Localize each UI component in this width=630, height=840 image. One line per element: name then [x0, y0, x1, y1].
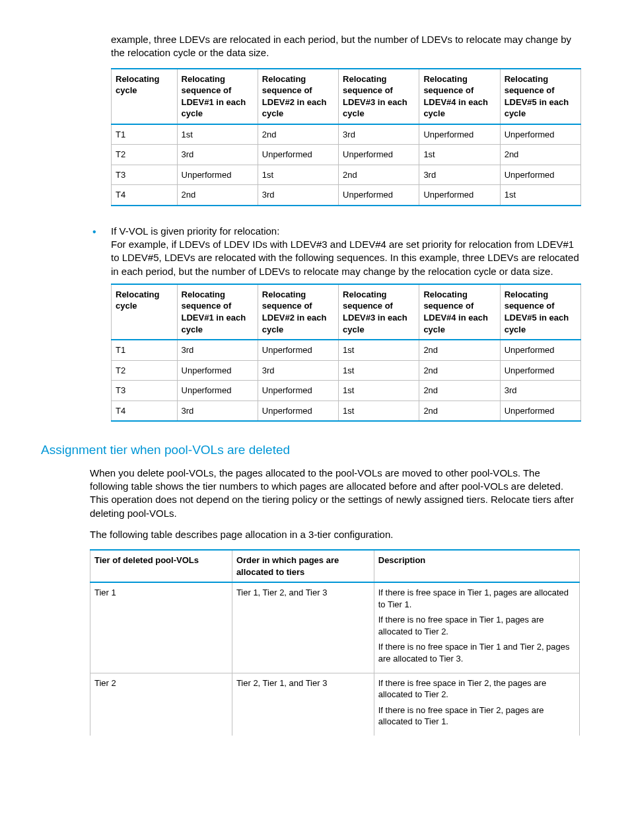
t1-h4: Relocating sequence of LDEV#4 in each cy… — [419, 69, 500, 124]
cell: T3 — [112, 381, 178, 401]
cell: Unperformed — [258, 381, 338, 401]
table-row: T3 Unperformed Unperformed 1st 2nd 3rd — [112, 381, 581, 401]
cell: Tier 1 — [90, 582, 232, 673]
intro-paragraph: example, three LDEVs are relocated in ea… — [111, 33, 580, 60]
cell: 3rd — [339, 124, 419, 145]
cell: Tier 1, Tier 2, and Tier 3 — [232, 582, 374, 673]
cell: Unperformed — [177, 360, 258, 381]
bullet-item: If V-VOL is given priority for relocatio… — [37, 225, 593, 278]
cell: Unperformed — [500, 360, 580, 381]
cell: 1st — [339, 340, 419, 360]
cell: Unperformed — [500, 124, 580, 145]
t1-h0: Relocating cycle — [112, 69, 178, 124]
t2-h5: Relocating sequence of LDEV#5 in each cy… — [500, 284, 580, 340]
t2-h3: Relocating sequence of LDEV#3 in each cy… — [339, 284, 419, 340]
t3-h0: Tier of deleted pool-VOLs — [90, 550, 232, 582]
section-paragraph-2: The following table describes page alloc… — [90, 528, 580, 541]
section-paragraph-1: When you delete pool-VOLs, the pages all… — [90, 467, 580, 520]
cell: 1st — [419, 145, 500, 165]
cell: Unperformed — [177, 165, 258, 185]
cell: Unperformed — [419, 185, 500, 206]
cell: 1st — [177, 124, 258, 145]
cell: 2nd — [419, 340, 500, 360]
cell: 3rd — [177, 145, 258, 165]
cell: 3rd — [258, 185, 338, 206]
cell: 1st — [500, 185, 580, 206]
cell: 2nd — [339, 165, 419, 185]
t2-h0: Relocating cycle — [112, 284, 178, 340]
cell: Tier 2, Tier 1, and Tier 3 — [232, 673, 374, 736]
t1-h1: Relocating sequence of LDEV#1 in each cy… — [177, 69, 258, 124]
cell: Unperformed — [500, 340, 580, 360]
cell: 3rd — [177, 340, 258, 360]
section-heading: Assignment tier when pool-VOLs are delet… — [41, 441, 593, 459]
table-row: T1 3rd Unperformed 1st 2nd Unperformed — [112, 340, 581, 360]
table-row: Tier 1 Tier 1, Tier 2, and Tier 3 If the… — [90, 582, 580, 673]
cell: 3rd — [419, 165, 500, 185]
t2-h2: Relocating sequence of LDEV#2 in each cy… — [258, 284, 338, 340]
desc-line: If there is no free space in Tier 1, pag… — [378, 614, 575, 637]
cell: Tier 2 — [90, 673, 232, 736]
desc-line: If there is free space in Tier 2, the pa… — [378, 677, 575, 701]
cell: If there is free space in Tier 2, the pa… — [374, 673, 579, 736]
t2-h4: Relocating sequence of LDEV#4 in each cy… — [419, 284, 500, 340]
cell: 1st — [258, 165, 338, 185]
table-row: T1 1st 2nd 3rd Unperformed Unperformed — [112, 124, 581, 145]
cell: 1st — [339, 401, 419, 421]
t1-h3: Relocating sequence of LDEV#3 in each cy… — [339, 69, 419, 124]
cell: 3rd — [258, 360, 338, 381]
t1-h2: Relocating sequence of LDEV#2 in each cy… — [258, 69, 338, 124]
cell: If there is free space in Tier 1, pages … — [374, 582, 579, 673]
desc-line: If there is no free space in Tier 1 and … — [378, 641, 575, 664]
cell: Unperformed — [177, 381, 258, 401]
cell: Unperformed — [339, 185, 419, 206]
table-row: T3 Unperformed 1st 2nd 3rd Unperformed — [112, 165, 581, 185]
desc-line: If there is no free space in Tier 2, pag… — [378, 705, 575, 728]
cell: Unperformed — [258, 340, 338, 360]
cell: T1 — [112, 340, 178, 360]
desc-line: If there is free space in Tier 1, pages … — [378, 587, 575, 610]
bullet-list: If V-VOL is given priority for relocatio… — [37, 225, 593, 278]
cell: T4 — [112, 185, 178, 206]
cell: Unperformed — [500, 401, 580, 421]
cell: Unperformed — [419, 124, 500, 145]
cell: 2nd — [419, 381, 500, 401]
cell: 3rd — [500, 381, 580, 401]
bullet-body: For example, if LDEVs of LDEV IDs with L… — [111, 238, 580, 278]
cell: 2nd — [177, 185, 258, 206]
cell: 2nd — [500, 145, 580, 165]
bullet-title: If V-VOL is given priority for relocatio… — [111, 225, 580, 238]
cell: 2nd — [419, 401, 500, 421]
cell: T4 — [112, 401, 178, 421]
t3-h2: Description — [374, 550, 579, 582]
tier-allocation-table: Tier of deleted pool-VOLs Order in which… — [90, 549, 580, 736]
cell: T3 — [112, 165, 178, 185]
cell: 1st — [339, 360, 419, 381]
table-row: T4 3rd Unperformed 1st 2nd Unperformed — [112, 401, 581, 421]
table-row: T2 Unperformed 3rd 1st 2nd Unperformed — [112, 360, 581, 381]
t1-h5: Relocating sequence of LDEV#5 in each cy… — [500, 69, 580, 124]
cell: Unperformed — [258, 145, 338, 165]
cell: T2 — [112, 360, 178, 381]
table-row: T4 2nd 3rd Unperformed Unperformed 1st — [112, 185, 581, 206]
cell: Unperformed — [500, 165, 580, 185]
cell: T2 — [112, 145, 178, 165]
cell: Unperformed — [339, 145, 419, 165]
table-row: T2 3rd Unperformed Unperformed 1st 2nd — [112, 145, 581, 165]
cell: 2nd — [419, 360, 500, 381]
cell: T1 — [112, 124, 178, 145]
relocation-table-1: Relocating cycle Relocating sequence of … — [111, 68, 581, 206]
cell: Unperformed — [258, 401, 338, 421]
cell: 2nd — [258, 124, 338, 145]
t2-h1: Relocating sequence of LDEV#1 in each cy… — [177, 284, 258, 340]
table-row: Tier 2 Tier 2, Tier 1, and Tier 3 If the… — [90, 673, 580, 736]
cell: 3rd — [177, 401, 258, 421]
relocation-table-2: Relocating cycle Relocating sequence of … — [111, 284, 581, 422]
t3-h1: Order in which pages are allocated to ti… — [232, 550, 374, 582]
cell: 1st — [339, 381, 419, 401]
